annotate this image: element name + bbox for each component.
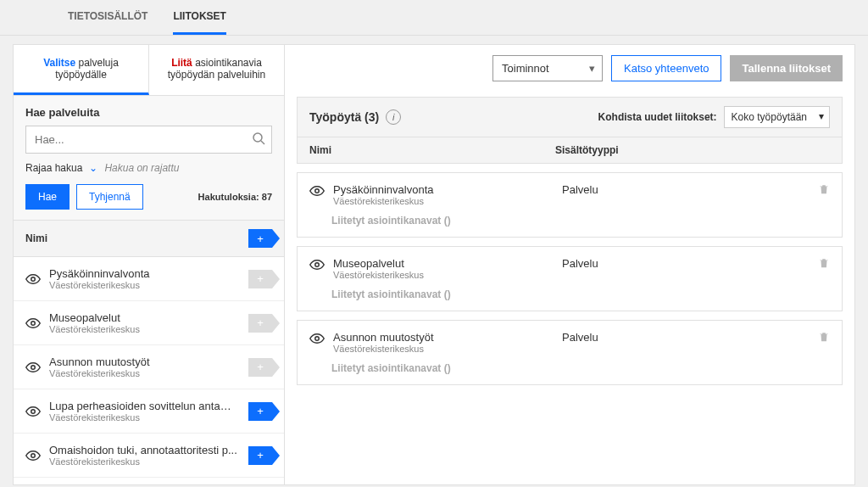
- subtab-attach-channels[interactable]: Liitä asiointikanavia työpöydän palvelui…: [149, 45, 284, 95]
- desk-title: Työpöytä (3): [309, 110, 379, 124]
- search-input[interactable]: [25, 126, 272, 154]
- svg-point-6: [31, 453, 36, 457]
- col-type: Sisältötyyppi: [555, 144, 619, 156]
- item-title: Asunnon muutostyöt: [49, 355, 240, 368]
- results-count: Hakutuloksia: 87: [198, 192, 272, 202]
- svg-point-8: [315, 189, 320, 193]
- desk-card: PysäköinninvalvontaVäestörekisterikeskus…: [297, 172, 843, 238]
- svg-point-10: [315, 337, 320, 341]
- tab-content[interactable]: TIETOSISÄLLÖT: [68, 0, 147, 35]
- summary-button[interactable]: Katso yhteenveto: [611, 55, 721, 81]
- linked-channels[interactable]: Liitetyt asiointikanavat (): [331, 215, 830, 227]
- search-icon[interactable]: [252, 132, 265, 145]
- add-item-button: +: [248, 314, 272, 333]
- trash-icon[interactable]: [818, 183, 830, 195]
- eye-icon[interactable]: [309, 183, 325, 199]
- clear-button[interactable]: Tyhjennä: [76, 184, 143, 210]
- eye-icon[interactable]: [25, 360, 41, 375]
- card-type: Palvelu: [562, 257, 810, 270]
- list-item: PysäköinninvalvontaVäestörekisterikeskus…: [14, 257, 284, 301]
- card-title: Museopalvelut: [333, 257, 554, 270]
- trash-icon[interactable]: [818, 331, 830, 343]
- save-button[interactable]: Tallenna liitokset: [730, 55, 843, 81]
- list-item: Omaishoito, annotaattoritestiVäestörekis…: [14, 478, 284, 484]
- desk-card: Asunnon muutostyötVäestörekisterikeskusP…: [297, 320, 843, 385]
- item-org: Väestörekisterikeskus: [49, 280, 240, 290]
- svg-point-4: [31, 365, 36, 369]
- item-org: Väestörekisterikeskus: [49, 456, 240, 467]
- eye-icon[interactable]: [309, 331, 325, 346]
- add-item-button: +: [248, 358, 272, 377]
- svg-point-3: [31, 321, 36, 325]
- list-item: Asunnon muutostyötVäestörekisterikeskus+: [14, 345, 284, 389]
- item-org: Väestörekisterikeskus: [49, 412, 240, 423]
- card-type: Palvelu: [562, 331, 810, 344]
- eye-icon[interactable]: [25, 316, 41, 331]
- item-title: Museopalvelut: [49, 311, 240, 324]
- eye-icon[interactable]: [25, 404, 41, 419]
- trash-icon[interactable]: [818, 257, 830, 269]
- add-item-button: +: [248, 270, 272, 288]
- add-item-button[interactable]: +: [248, 446, 272, 465]
- eye-icon[interactable]: [25, 448, 41, 463]
- chevron-down-icon[interactable]: ⌄: [89, 162, 97, 174]
- target-label: Kohdista uudet liitokset:: [598, 111, 717, 123]
- tab-connections[interactable]: LIITOKSET: [173, 0, 225, 35]
- filter-label[interactable]: Rajaa hakua: [25, 162, 82, 174]
- eye-icon[interactable]: [25, 271, 41, 287]
- card-title: Pysäköinninvalvonta: [333, 183, 554, 196]
- search-button[interactable]: Hae: [25, 184, 70, 210]
- right-panel: Toiminnot Katso yhteenveto Tallenna liit…: [285, 45, 854, 484]
- list-item: MuseopalvelutVäestörekisterikeskus+: [14, 301, 284, 345]
- card-type: Palvelu: [562, 183, 810, 196]
- eye-icon[interactable]: [309, 257, 325, 272]
- item-title: Pysäköinninvalvonta: [49, 267, 240, 280]
- filter-note: Hakua on rajattu: [104, 162, 179, 174]
- svg-point-9: [315, 263, 320, 267]
- left-panel: Valitse palveluja työpöydälle Liitä asio…: [14, 45, 285, 484]
- target-select[interactable]: Koko työpöytään: [724, 106, 830, 128]
- item-org: Väestörekisterikeskus: [49, 368, 240, 378]
- svg-point-0: [253, 133, 262, 142]
- add-all-button[interactable]: +: [248, 229, 272, 248]
- list-item: Omaishoidon tuki, annotaattoritesti p...…: [14, 434, 284, 478]
- linked-channels[interactable]: Liitetyt asiointikanavat (): [331, 362, 830, 374]
- linked-channels[interactable]: Liitetyt asiointikanavat (): [331, 288, 830, 300]
- item-org: Väestörekisterikeskus: [49, 324, 240, 334]
- card-org: Väestörekisterikeskus: [333, 270, 554, 280]
- svg-point-5: [31, 409, 36, 413]
- card-org: Väestörekisterikeskus: [333, 344, 554, 354]
- card-title: Asunnon muutostyöt: [333, 331, 554, 344]
- item-title: Omaishoidon tuki, annotaattoritesti p...: [49, 444, 240, 456]
- list-item: Lupa perheasioiden sovittelun antami...V…: [14, 389, 284, 434]
- item-title: Lupa perheasioiden sovittelun antami...: [49, 400, 240, 412]
- subtab-select-services[interactable]: Valitse palveluja työpöydälle: [14, 45, 149, 95]
- search-label: Hae palveluita: [25, 106, 272, 119]
- cards-area: PysäköinninvalvontaVäestörekisterikeskus…: [297, 164, 843, 385]
- actions-select[interactable]: Toiminnot: [492, 55, 603, 81]
- list-header-name: Nimi: [25, 232, 47, 244]
- desk-card: MuseopalvelutVäestörekisterikeskusPalvel…: [297, 246, 843, 311]
- col-name: Nimi: [309, 144, 555, 156]
- svg-line-1: [261, 141, 264, 144]
- add-item-button[interactable]: +: [248, 402, 272, 421]
- info-icon[interactable]: i: [386, 109, 401, 125]
- service-list: PysäköinninvalvontaVäestörekisterikeskus…: [14, 257, 284, 484]
- svg-point-2: [31, 277, 36, 281]
- card-org: Väestörekisterikeskus: [333, 196, 554, 206]
